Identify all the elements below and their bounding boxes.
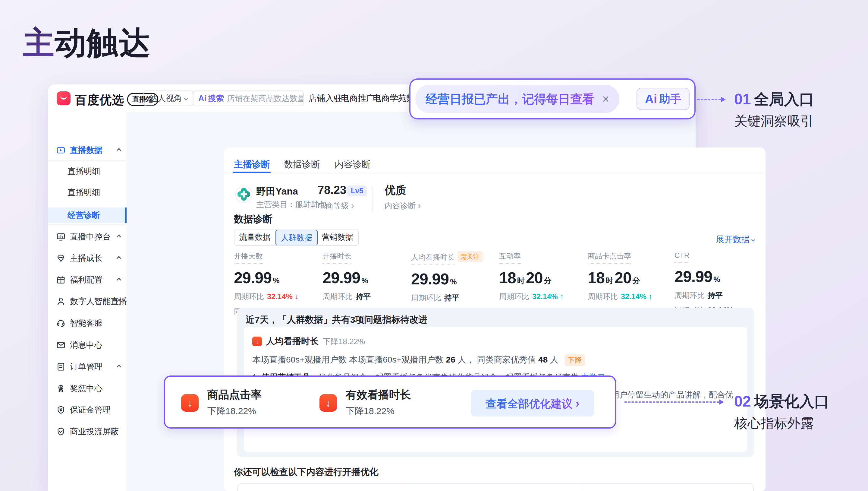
arrowhead-icon [721, 97, 726, 102]
annotation-1-title: 01全局入口 [734, 89, 814, 110]
issue-name: 人均看播时长 [266, 336, 318, 347]
divider [48, 224, 127, 225]
brand-name: 百度优选 [75, 92, 124, 108]
segment-audience[interactable]: 人群数据 [276, 230, 318, 246]
shield-yuan-icon [56, 405, 66, 415]
ai-notification-bubble: 经营日报已产出，记得每日查看 × Ai 助手 [409, 79, 695, 119]
metric-broadcast-duration: 开播时长 29.99% 周期环比持平 同行对比32.14% ↓ [322, 251, 407, 316]
content-diagnosis-link[interactable]: 内容诊断 › [384, 201, 421, 211]
ecom-level-link[interactable]: 电商等级 › [318, 201, 354, 211]
issue-delta: 下降18.22% [323, 336, 365, 347]
nav-item-store-entry[interactable]: 店铺入驻 [308, 84, 342, 112]
tab-host-diagnosis[interactable]: 主播诊断 [234, 158, 270, 171]
annotation-1-subtitle: 关键洞察吸引 [734, 112, 814, 130]
app-window: 百度优选 直播端 达人视角 Ai搜索店铺在架商品数达数量... 店铺入驻 电商推… [48, 84, 696, 491]
chevron-right-icon: › [351, 201, 354, 210]
segment-marketing[interactable]: 营销数据 [317, 230, 358, 245]
divider [224, 173, 766, 173]
highlight-metric-name: 有效看播时长 [346, 387, 411, 402]
document-icon [56, 362, 66, 372]
main-area: 主播诊断 数据诊断 内容诊断 野田Yana 主营类目：服鞋鞋包 78.23 [127, 112, 696, 491]
view-all-suggestions-button[interactable]: 查看全部优化建议 › [471, 390, 594, 416]
perspective-dropdown[interactable]: 达人视角 [144, 90, 193, 106]
sidebar: 直播数据 直播明细 直播明细 经营诊断 直播中控台 主播成长 福利配置 [48, 112, 127, 491]
gift-icon [56, 275, 66, 285]
highlight-metric-delta: 下降18.22% [207, 405, 256, 417]
shield-check-icon [56, 427, 66, 436]
highlight-metric-name: 商品点击率 [207, 387, 261, 402]
scenario-highlight-box: ↓ 商品点击率 下降18.22% ↓ 有效看播时长 下降18.22% 查看全部优… [164, 375, 616, 429]
sidebar-item-live-detail-1[interactable]: 直播明细 [48, 164, 127, 179]
card-store-experience-score[interactable]: 店铺体验分 教程 提高体验分有助于获得更多平台倾斜 [582, 484, 754, 491]
decline-icon: ↓ [252, 337, 262, 346]
nav-item-ecom-promo[interactable]: 电商推广 [341, 84, 375, 112]
chevron-right-icon: › [575, 397, 579, 410]
gem-icon [56, 253, 66, 263]
chevron-up-icon [117, 148, 121, 153]
arrowhead-icon [719, 399, 724, 405]
content-card: 主播诊断 数据诊断 内容诊断 野田Yana 主营类目：服鞋鞋包 78.23 [224, 147, 766, 491]
sidebar-item-order-management[interactable]: 订单管理 [48, 359, 127, 375]
console-icon [56, 232, 66, 241]
daily-report-pill[interactable]: 经营日报已产出，记得每日查看 × [415, 85, 619, 113]
sidebar-item-benefit-config[interactable]: 福利配置 [48, 272, 127, 288]
expand-data-link[interactable]: 展开数据 [716, 234, 755, 245]
stage: 主动触达 百度优选 直播端 达人视角 Ai搜索店铺在架商品数达数量... 店铺入… [0, 0, 868, 491]
profile-score: 78.23 [318, 184, 346, 197]
tab-content-diagnosis[interactable]: 内容诊断 [335, 158, 371, 171]
live-video-icon [56, 145, 66, 155]
annotation-2-subtitle: 核心指标外露 [734, 414, 814, 432]
sidebar-item-live-console[interactable]: 直播中控台 [48, 229, 127, 244]
sidebar-item-business-diagnosis[interactable]: 经营诊断 [48, 207, 127, 223]
headset-icon [56, 318, 66, 328]
medal-icon [56, 384, 66, 393]
metric-ctr: CTR 29.99% 周期环比持平 同行对比32.14% ↓ [675, 251, 759, 315]
level-badge: Lv5 [347, 185, 367, 196]
annotation-2-title: 02场景化入口 [734, 392, 830, 412]
footer-heading: 你还可以检查以下内容进行开播优化 [234, 466, 378, 478]
chevron-down-icon [184, 96, 188, 100]
segment-traffic[interactable]: 流量数据 [235, 230, 276, 245]
ai-logo-icon: Ai [645, 92, 657, 106]
sidebar-item-deposit-management[interactable]: 保证金管理 [48, 402, 127, 418]
page-title: 主动触达 [23, 22, 151, 64]
metric-interaction-rate: 互动率 18时20分 周期环比32.14% ↑ 同行对比32.14% ↓ [499, 251, 584, 316]
decline-icon: ↓ [319, 394, 337, 412]
sidebar-item-message-center[interactable]: 消息中心 [48, 337, 127, 353]
close-icon[interactable]: × [602, 92, 609, 106]
nav-item-ecom-academy[interactable]: 电商学苑 [373, 84, 407, 112]
chevron-up-icon [117, 364, 121, 369]
sidebar-item-reward-center[interactable]: 奖惩中心 [48, 381, 127, 396]
segment-control: 流量数据 人群数据 营销数据 [234, 230, 359, 246]
attention-badge: 需关注 [458, 251, 483, 262]
mail-icon [56, 340, 66, 350]
sidebar-item-host-growth[interactable]: 主播成长 [48, 250, 127, 266]
sidebar-item-ad-flow-block[interactable]: 商业投流屏蔽 [48, 424, 127, 439]
chevron-down-icon [751, 238, 755, 241]
ai-assistant-button[interactable]: Ai 助手 [637, 88, 689, 110]
smile-icon [60, 96, 67, 99]
card-ecom-sales-permission[interactable]: 电商带货权限 教程 维护良好带货权限可保障开播权益 [238, 484, 410, 491]
chevron-up-icon [117, 234, 121, 239]
sidebar-item-live-data[interactable]: 直播数据 [48, 142, 127, 158]
metric-broadcast-days: 开播天数 29.99% 周期环比32.14% ↓ 同行对比32.14% ↓ [234, 251, 318, 316]
dashed-connector [624, 401, 719, 403]
sidebar-item-smart-service[interactable]: 智能客服 [48, 315, 127, 331]
card-merchant-violation-center[interactable]: 商家违规中心 教程 保证行为合规可维持店铺稳定经营 [410, 484, 582, 491]
decline-icon: ↓ [181, 394, 198, 412]
notification-message: 经营日报已产出，记得每日查看 [426, 91, 594, 107]
quality-value: 优质 [384, 183, 406, 198]
person-icon [56, 296, 66, 306]
issue-description: 本场直播60s+观播用户数 本场直播60s+观播用户数 26 人， 同类商家优秀… [252, 354, 739, 366]
highlight-metric-delta: 下降18.22% [346, 405, 395, 417]
sidebar-item-digital-human-live[interactable]: 数字人智能直播 [48, 293, 127, 309]
arrow-up-icon: ↑ [649, 292, 652, 301]
search-input[interactable]: Ai搜索店铺在架商品数达数量... [193, 90, 304, 106]
search-label: 搜索 [208, 94, 224, 103]
divider [48, 161, 127, 161]
tab-data-diagnosis[interactable]: 数据诊断 [284, 158, 320, 171]
chevron-up-icon [117, 278, 121, 282]
sidebar-item-live-detail-2[interactable]: 直播明细 [48, 184, 127, 200]
decline-badge: 下降 [564, 354, 585, 366]
chevron-up-icon [117, 256, 121, 261]
